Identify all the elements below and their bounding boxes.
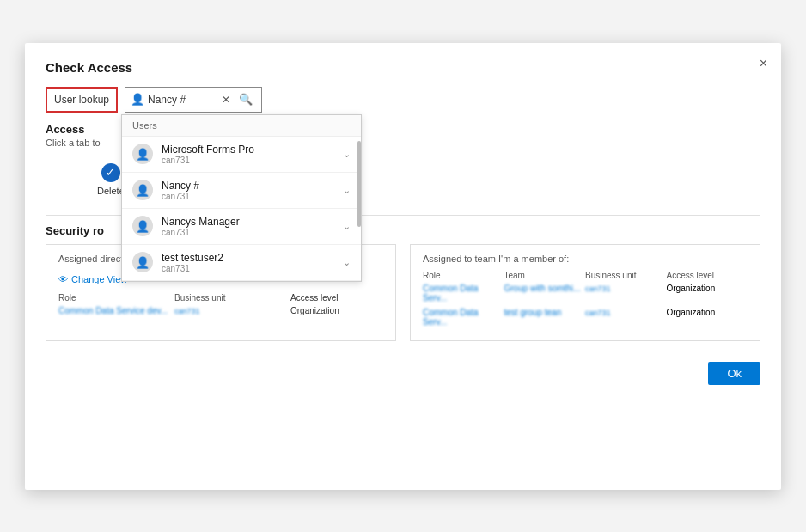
dropdown-item-3[interactable]: 👤 test testuser2 can731 ⌄ bbox=[122, 245, 361, 281]
dropdown-item-info-0: Microsoft Forms Pro can731 bbox=[162, 144, 343, 165]
right-table-card: Assigned to team I'm a member of: Role T… bbox=[410, 244, 760, 341]
avatar-1: 👤 bbox=[132, 180, 153, 200]
modal-backdrop: Check Access × User lookup 👤 Nancy # ✕ 🔍… bbox=[0, 0, 806, 532]
col-role-right: Role bbox=[423, 271, 504, 280]
col-business-unit-right: Business unit bbox=[585, 271, 667, 280]
cell-access-0: Organization bbox=[290, 306, 383, 315]
right-cell-access-0: Organization bbox=[667, 284, 748, 293]
close-button[interactable]: × bbox=[760, 57, 767, 70]
right-cell-bu-1: can731 bbox=[585, 308, 667, 317]
right-cell-team-1: test group tean bbox=[504, 308, 586, 317]
lookup-search-button[interactable]: 🔍 bbox=[235, 93, 256, 106]
dropdown-item-info-3: test testuser2 can731 bbox=[162, 252, 343, 273]
cell-bu-0: can731 bbox=[174, 306, 290, 315]
change-view-button[interactable]: 👁 Change View bbox=[58, 274, 127, 284]
left-table-header: Role Business unit Access level bbox=[58, 293, 383, 303]
dropdown-item-name-0: Microsoft Forms Pro bbox=[162, 144, 343, 156]
avatar-2: 👤 bbox=[132, 216, 153, 236]
dropdown-item-info-2: Nancys Manager can731 bbox=[162, 216, 343, 237]
right-cell-team-0: Group with somthi... bbox=[504, 284, 586, 293]
chevron-down-icon-2: ⌄ bbox=[343, 221, 351, 232]
col-access-level-left: Access level bbox=[290, 293, 383, 303]
dropdown-scrollbar[interactable] bbox=[357, 141, 361, 227]
dropdown-item-sub-3: can731 bbox=[162, 264, 343, 273]
dropdown-item-name-2: Nancys Manager bbox=[162, 216, 343, 228]
chevron-down-icon-1: ⌄ bbox=[343, 185, 351, 196]
lookup-input-box[interactable]: 👤 Nancy # ✕ 🔍 bbox=[125, 87, 262, 113]
footer-row: Ok bbox=[46, 362, 760, 385]
eye-icon: 👁 bbox=[58, 274, 68, 284]
table-row: Common Data Service dev... can731 Organi… bbox=[58, 306, 383, 315]
lookup-row: User lookup 👤 Nancy # ✕ 🔍 Users 👤 Micros… bbox=[46, 87, 760, 113]
modal-dialog: Check Access × User lookup 👤 Nancy # ✕ 🔍… bbox=[25, 43, 781, 490]
col-role-left: Role bbox=[58, 293, 174, 303]
dropdown-item-1[interactable]: 👤 Nancy # can731 ⌄ bbox=[122, 173, 361, 209]
user-dropdown: Users 👤 Microsoft Forms Pro can731 ⌄ 👤 N… bbox=[121, 114, 362, 282]
dropdown-item-sub-0: can731 bbox=[162, 156, 343, 165]
right-cell-access-1: Organization bbox=[667, 308, 748, 317]
dropdown-item-name-1: Nancy # bbox=[162, 180, 343, 192]
avatar-3: 👤 bbox=[132, 252, 153, 272]
ok-button[interactable]: Ok bbox=[708, 362, 760, 385]
dropdown-item-sub-1: can731 bbox=[162, 192, 343, 201]
right-cell-role-0: Common Data Serv... bbox=[423, 284, 504, 303]
change-view-label: Change View bbox=[71, 274, 127, 284]
check-icon-delete: ✓ bbox=[101, 163, 120, 182]
right-table-header: Role Team Business unit Access level bbox=[423, 271, 748, 280]
right-cell-role-1: Common Data Serv... bbox=[423, 308, 504, 327]
cell-role-0: Common Data Service dev... bbox=[58, 306, 174, 315]
chevron-down-icon-3: ⌄ bbox=[343, 257, 351, 268]
user-lookup-label: User lookup bbox=[46, 87, 118, 113]
right-card-subtitle: Assigned to team I'm a member of: bbox=[423, 254, 748, 264]
modal-title: Check Access bbox=[46, 60, 760, 75]
col-team-right: Team bbox=[504, 271, 586, 280]
lookup-clear-button[interactable]: ✕ bbox=[220, 94, 232, 106]
dropdown-item-name-3: test testuser2 bbox=[162, 252, 343, 264]
avatar-0: 👤 bbox=[132, 144, 153, 164]
right-cell-bu-0: can731 bbox=[585, 284, 667, 293]
dropdown-item-0[interactable]: 👤 Microsoft Forms Pro can731 ⌄ bbox=[122, 137, 361, 173]
dropdown-item-2[interactable]: 👤 Nancys Manager can731 ⌄ bbox=[122, 209, 361, 245]
user-icon: 👤 bbox=[131, 93, 144, 106]
table-row: Common Data Serv... Group with somthi...… bbox=[423, 284, 748, 303]
dropdown-header: Users bbox=[122, 115, 361, 137]
lookup-input-value: Nancy # bbox=[148, 94, 217, 106]
table-row: Common Data Serv... test group tean can7… bbox=[423, 308, 748, 327]
col-access-level-right: Access level bbox=[667, 271, 748, 280]
dropdown-item-info-1: Nancy # can731 bbox=[162, 180, 343, 201]
dropdown-item-sub-2: can731 bbox=[162, 228, 343, 237]
col-business-unit-left: Business unit bbox=[174, 293, 290, 303]
chevron-down-icon-0: ⌄ bbox=[343, 149, 351, 160]
